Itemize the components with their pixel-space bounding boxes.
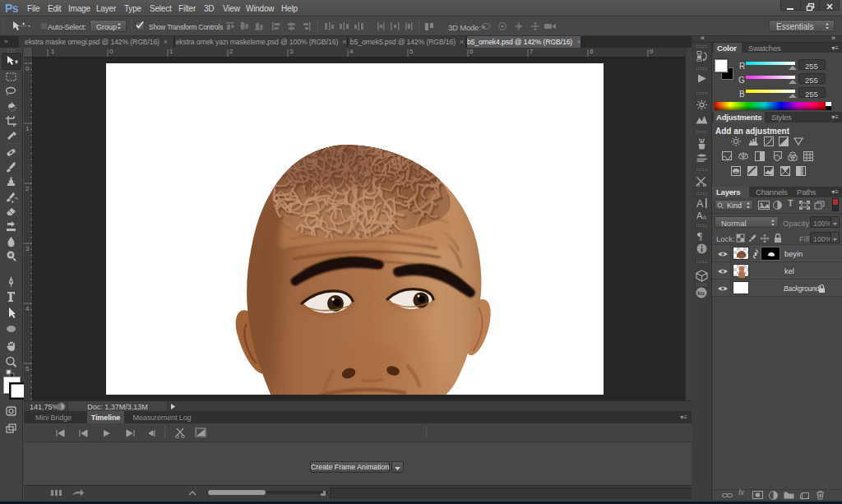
svg-text:A: A — [702, 214, 707, 220]
svg-text:¶: ¶ — [697, 229, 702, 242]
svg-text:A: A — [696, 198, 704, 210]
svg-text:ku: ku — [697, 289, 705, 297]
